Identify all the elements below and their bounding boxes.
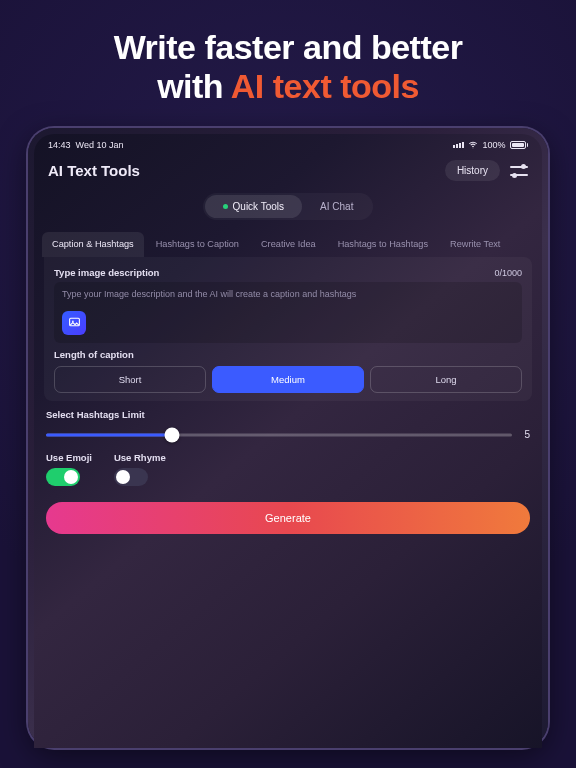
settings-icon[interactable] — [510, 164, 528, 178]
input-placeholder: Type your Image description and the AI w… — [62, 289, 514, 301]
tab-ai-chat[interactable]: AI Chat — [302, 195, 371, 218]
svg-point-0 — [473, 148, 474, 149]
subtab-creative-idea[interactable]: Creative Idea — [251, 232, 326, 257]
battery-icon — [510, 141, 529, 149]
tab-ai-chat-label: AI Chat — [320, 201, 353, 212]
use-emoji-group: Use Emoji — [46, 452, 92, 486]
use-rhyme-label: Use Rhyme — [114, 452, 166, 463]
sub-tabs: Caption & Hashtags Hashtags to Caption C… — [34, 232, 542, 257]
toggles-row: Use Emoji Use Rhyme — [34, 442, 542, 486]
length-long[interactable]: Long — [370, 366, 522, 393]
use-rhyme-toggle[interactable] — [114, 468, 148, 486]
device-screen: 14:43 Wed 10 Jan 100% AI Text Tools Hist… — [34, 134, 542, 748]
image-icon — [68, 316, 81, 329]
subtab-hashtags-to-caption[interactable]: Hashtags to Caption — [146, 232, 249, 257]
headline-accent: AI text tools — [231, 67, 419, 105]
use-emoji-toggle[interactable] — [46, 468, 80, 486]
page-title: AI Text Tools — [48, 162, 140, 179]
status-time: 14:43 — [48, 140, 71, 150]
battery-pct: 100% — [482, 140, 505, 150]
description-input[interactable]: Type your Image description and the AI w… — [54, 282, 522, 343]
app-header: AI Text Tools History — [34, 152, 542, 191]
input-label: Type image description — [54, 267, 159, 278]
active-dot-icon — [223, 204, 228, 209]
tab-quick-tools-label: Quick Tools — [233, 201, 285, 212]
tab-quick-tools[interactable]: Quick Tools — [205, 195, 303, 218]
signal-icon — [453, 142, 464, 148]
hashtags-limit-label: Select Hashtags Limit — [46, 409, 530, 420]
length-medium[interactable]: Medium — [212, 366, 364, 393]
use-rhyme-group: Use Rhyme — [114, 452, 166, 486]
device-frame: 14:43 Wed 10 Jan 100% AI Text Tools Hist… — [28, 128, 548, 748]
hashtags-limit-section: Select Hashtags Limit 5 — [34, 401, 542, 442]
headline-line1: Write faster and better — [114, 28, 463, 66]
use-emoji-label: Use Emoji — [46, 452, 92, 463]
status-left: 14:43 Wed 10 Jan — [48, 140, 123, 150]
length-short[interactable]: Short — [54, 366, 206, 393]
subtab-rewrite-text[interactable]: Rewrite Text — [440, 232, 510, 257]
generate-button[interactable]: Generate — [46, 502, 530, 534]
slider-thumb[interactable] — [164, 427, 179, 442]
promo-headline: Write faster and better with AI text too… — [18, 28, 558, 106]
status-right: 100% — [453, 140, 528, 150]
wifi-icon — [468, 140, 478, 150]
length-label: Length of caption — [54, 349, 522, 360]
hashtags-limit-value: 5 — [522, 429, 530, 440]
mode-tabs: Quick Tools AI Chat — [34, 193, 542, 220]
input-panel: Type image description 0/1000 Type your … — [44, 257, 532, 401]
length-segmented: Short Medium Long — [54, 366, 522, 393]
add-image-button[interactable] — [62, 311, 86, 335]
history-button[interactable]: History — [445, 160, 500, 181]
subtab-caption-hashtags[interactable]: Caption & Hashtags — [42, 232, 144, 257]
char-counter: 0/1000 — [494, 268, 522, 278]
headline-line2-prefix: with — [157, 67, 231, 105]
status-bar: 14:43 Wed 10 Jan 100% — [34, 134, 542, 152]
status-date: Wed 10 Jan — [76, 140, 124, 150]
hashtags-limit-slider[interactable] — [46, 428, 512, 442]
subtab-hashtags-to-hashtags[interactable]: Hashtags to Hashtags — [328, 232, 438, 257]
